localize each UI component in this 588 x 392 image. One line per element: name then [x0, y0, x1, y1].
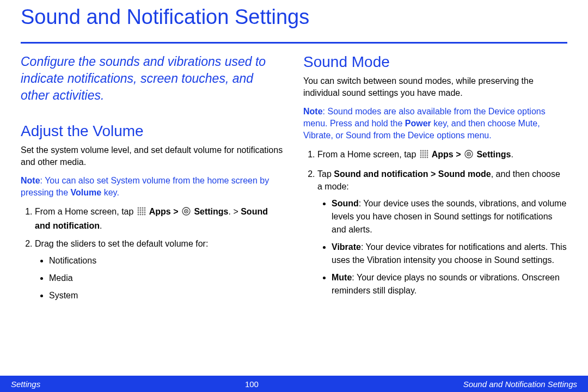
sound-mode-heading: Sound Mode: [303, 53, 567, 71]
page-title: Sound and Notification Settings: [21, 5, 567, 32]
svg-point-2: [142, 207, 143, 209]
step-1: From a Home screen, tap Apps > Settings.: [317, 148, 567, 162]
svg-point-31: [420, 157, 421, 158]
svg-point-34: [426, 157, 428, 158]
title-rule: [21, 42, 567, 44]
svg-point-8: [137, 212, 139, 213]
step-2: Drag the sliders to set the default volu…: [35, 237, 285, 302]
svg-point-10: [142, 212, 143, 213]
svg-point-13: [139, 214, 141, 216]
footer-right: Sound and Notification Settings: [463, 379, 577, 389]
sound-mode-note: Note: Sound modes are also available fro…: [303, 106, 567, 142]
svg-point-14: [142, 214, 143, 216]
sound-mode-list: Sound: Your device uses the sounds, vibr…: [317, 197, 567, 297]
svg-point-33: [424, 157, 426, 158]
settings-gear-icon: [464, 149, 473, 162]
svg-point-32: [422, 157, 424, 158]
svg-point-25: [424, 152, 426, 154]
volume-bullets: Notifications Media System: [35, 254, 285, 302]
svg-point-37: [468, 154, 469, 155]
svg-point-0: [137, 207, 139, 209]
sound-mode-desc: You can switch between sound modes, whil…: [303, 75, 567, 99]
apps-grid-icon: [137, 206, 146, 219]
svg-point-11: [144, 212, 145, 213]
svg-point-6: [142, 210, 143, 211]
adjust-volume-steps: From a Home screen, tap Apps > Settings.…: [21, 205, 285, 302]
settings-gear-icon: [182, 206, 191, 219]
svg-point-9: [139, 212, 141, 213]
list-item: Sound: Your device uses the sounds, vibr…: [332, 197, 567, 236]
svg-point-4: [137, 210, 139, 211]
svg-point-22: [426, 150, 428, 152]
left-column: Configure the sounds and vibrations used…: [21, 53, 285, 308]
note-label: Note: [303, 107, 323, 116]
list-item: Media: [49, 272, 285, 285]
adjust-volume-heading: Adjust the Volume: [21, 122, 285, 140]
svg-point-26: [426, 152, 428, 154]
list-item: Notifications: [49, 254, 285, 267]
svg-point-30: [426, 155, 428, 156]
step-1: From a Home screen, tap Apps > Settings.…: [35, 205, 285, 231]
svg-point-29: [424, 155, 426, 156]
adjust-volume-desc: Set the system volume level, and set def…: [21, 144, 285, 168]
svg-point-19: [420, 150, 421, 152]
svg-point-15: [144, 214, 145, 216]
adjust-volume-note: Note: You can also set System volume fro…: [21, 175, 285, 199]
right-column: Sound Mode You can switch between sound …: [303, 53, 567, 308]
list-item: System: [49, 289, 285, 302]
svg-point-21: [424, 150, 426, 152]
step-2: Tap Sound and notification > Sound mode,…: [317, 168, 567, 297]
svg-point-28: [422, 155, 424, 156]
page: Sound and Notification Settings Configur…: [0, 0, 588, 392]
svg-point-23: [420, 152, 421, 154]
note-label: Note: [21, 176, 40, 185]
list-item: Vibrate: Your device vibrates for notifi…: [332, 241, 567, 267]
footer-page-number: 100: [245, 379, 259, 389]
svg-point-18: [186, 211, 187, 212]
svg-point-20: [422, 150, 424, 152]
list-item: Mute: Your device plays no sounds or vib…: [332, 271, 567, 297]
apps-grid-icon: [420, 149, 428, 162]
svg-point-12: [137, 214, 139, 216]
svg-point-27: [420, 155, 421, 156]
svg-point-1: [139, 207, 141, 209]
svg-point-3: [144, 207, 145, 209]
sound-mode-steps: From a Home screen, tap Apps > Settings.…: [303, 148, 567, 297]
svg-point-7: [144, 210, 145, 211]
intro-text: Configure the sounds and vibrations used…: [21, 53, 285, 104]
columns: Configure the sounds and vibrations used…: [21, 53, 567, 308]
footer-left: Settings: [11, 379, 40, 389]
page-footer: Settings 100 Sound and Notification Sett…: [0, 376, 588, 392]
svg-point-24: [422, 152, 424, 154]
svg-point-5: [139, 210, 141, 211]
